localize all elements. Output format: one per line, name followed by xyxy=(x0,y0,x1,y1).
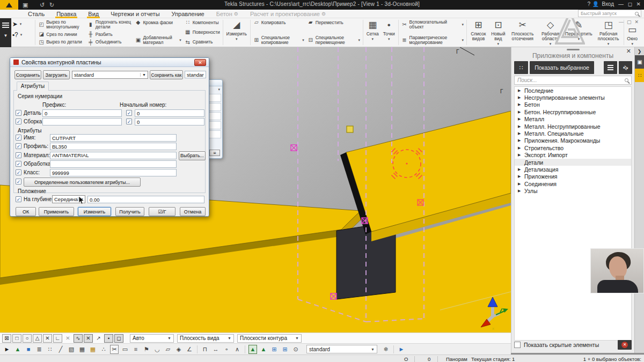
show-hidden-checkbox[interactable] xyxy=(514,342,521,348)
select-switch-button[interactable]: ✂ xyxy=(110,345,119,354)
snap-icon-button[interactable]: ✕ xyxy=(84,334,93,343)
menu-item[interactable]: Расчет и проектирование ⚙ xyxy=(250,11,326,17)
snap-plane-combo[interactable]: Плоскость вида▼ xyxy=(177,334,234,343)
select-switch-button[interactable]: ∠ xyxy=(185,345,194,354)
depth-value-input[interactable] xyxy=(87,196,204,203)
start-number-input[interactable] xyxy=(135,109,204,117)
select-switch-button[interactable]: ≡ xyxy=(131,345,140,354)
tree-item[interactable]: ▶ Строительство xyxy=(515,144,631,151)
ribbon-button[interactable]: ▰Переместить xyxy=(308,20,360,26)
snap-icon-button[interactable]: ✕ xyxy=(63,334,72,343)
handle-magenta[interactable] xyxy=(331,293,336,299)
select-switch-button[interactable]: ∘ xyxy=(222,345,231,354)
toggle-checks-button[interactable]: ☑/Г xyxy=(149,207,175,216)
snap-icon-button[interactable]: ↗ xyxy=(94,334,103,343)
query-tool[interactable]: ▪?▾ xyxy=(12,31,33,39)
ribbon-big-button[interactable]: ✂ Плоскость отсечения xyxy=(507,18,538,47)
ribbon-button[interactable]: ◰Вырез по многоугольнику xyxy=(38,20,84,29)
row-checkbox[interactable]: ✓ xyxy=(16,110,21,116)
tree-item[interactable]: ▶ Детализация xyxy=(515,166,631,173)
apply-button[interactable]: Применить xyxy=(39,207,74,216)
menu-item[interactable]: Управление xyxy=(172,11,204,17)
field-input[interactable] xyxy=(50,152,177,159)
menu-item[interactable]: Вид xyxy=(88,11,99,17)
field-input[interactable] xyxy=(50,160,177,168)
components-tab-button[interactable]: ∷ xyxy=(635,69,644,82)
select-switch-button[interactable]: ↔ xyxy=(211,345,220,354)
select-switch-button[interactable]: ∷ xyxy=(46,345,54,354)
select-switch-button[interactable]: ■ xyxy=(24,345,33,354)
tree-item[interactable]: ▶ Металл. Специальные xyxy=(515,130,631,137)
expand-arrow-icon[interactable]: ❯ xyxy=(635,47,644,55)
snap-icon-button[interactable]: △ xyxy=(33,334,42,343)
start-number-input[interactable] xyxy=(135,118,204,125)
ribbon-button[interactable]: ▣Добавленный материал▾ xyxy=(135,35,181,45)
tree-item[interactable]: ▶ Экспорт. Импорт xyxy=(515,152,631,159)
tree-item[interactable]: ▶ Металл. Несгруппированные xyxy=(515,123,631,130)
dropdown-arrow-icon[interactable]: ▾ xyxy=(608,42,610,46)
dropdown-arrow-icon[interactable]: ▾ xyxy=(236,37,238,41)
cancel-button[interactable]: Отмена xyxy=(180,207,206,216)
select-switch-button[interactable]: ▱ xyxy=(164,345,172,354)
ribbon-big-button[interactable]: ◢ Измерить ▾ xyxy=(224,18,249,47)
select-switch-button[interactable]: ▲ xyxy=(259,345,268,354)
select-material-button[interactable]: Выбрать... xyxy=(179,151,206,160)
restore-button[interactable]: ◻ xyxy=(628,1,632,7)
selection-filter-combo[interactable]: standard▼ xyxy=(306,345,377,353)
ok-button[interactable]: ОК xyxy=(16,207,36,216)
select-switch-button[interactable]: ⊓ xyxy=(201,345,209,354)
dropdown-arrow-icon[interactable]: ▾ xyxy=(179,38,181,42)
select-switch-button[interactable]: ◈ xyxy=(174,345,183,354)
tree-item[interactable]: ▶ Бетон xyxy=(515,101,631,108)
snap-contour-combo[interactable]: Плоскости контура▼ xyxy=(237,334,302,343)
select-switch-button[interactable]: ⊞ xyxy=(281,345,289,354)
ribbon-big-button[interactable]: ◳ Рабочая плоскость ▾ xyxy=(595,18,623,47)
snap-icon-button[interactable]: ◻ xyxy=(114,334,123,343)
select-switch-button[interactable]: ∴ xyxy=(99,345,108,354)
field-checkbox[interactable]: ✓ xyxy=(16,152,21,158)
ribbon-big-button[interactable]: • Точки ▾ xyxy=(381,18,397,47)
profile-combo[interactable]: standard▼ xyxy=(72,71,148,79)
panel-drag-handle[interactable] xyxy=(567,49,580,50)
row-checkbox[interactable]: ✓ xyxy=(126,110,132,116)
ribbon-big-button[interactable]: ⊡ Новый вид ▾ xyxy=(489,18,507,47)
select-switch-button[interactable]: ⊞ xyxy=(270,345,279,354)
field-checkbox[interactable]: ✓ xyxy=(16,143,21,149)
help-icon[interactable]: ? xyxy=(587,1,590,7)
select-switch-button[interactable]: ► xyxy=(3,345,11,354)
view-window-controls[interactable]: —▢✕ xyxy=(619,19,642,25)
ribbon-button[interactable]: ▦Поверхности xyxy=(185,29,220,35)
background-window-edge[interactable]: ▾ ⊞ xyxy=(207,79,223,159)
ribbon-button[interactable]: ▮Подогнать конец детали xyxy=(87,20,132,29)
show-selected-button[interactable]: Показать выбранное xyxy=(530,61,594,74)
prefix-input[interactable] xyxy=(42,118,122,125)
field-input[interactable] xyxy=(50,134,177,142)
select-switch-button[interactable]: ⚑ xyxy=(142,345,151,354)
dropdown-arrow-icon[interactable]: ▾ xyxy=(20,22,22,26)
minimize-button[interactable]: — xyxy=(618,1,624,7)
menu-item[interactable]: Правка xyxy=(56,11,76,17)
select-switch-button[interactable]: ≣ xyxy=(35,345,43,354)
prefix-input[interactable] xyxy=(42,109,122,117)
list-view-button[interactable] xyxy=(604,61,617,74)
dropdown-arrow-icon[interactable]: ▾ xyxy=(20,33,23,37)
collapse-panel-button[interactable]: ⇄ xyxy=(619,61,632,74)
menu-item[interactable]: Бетон ⚙ xyxy=(216,11,238,17)
dropdown-arrow-icon[interactable]: ▾ xyxy=(388,37,390,41)
model-tab-button[interactable]: ▣ xyxy=(635,55,644,69)
file-menu-button[interactable]: ▼ xyxy=(0,18,11,47)
snap-icon-button[interactable]: ▪ xyxy=(104,334,113,343)
uda-checkbox[interactable]: ✓ xyxy=(16,179,21,184)
save-as-button[interactable]: Сохранить как xyxy=(150,70,183,79)
modify-button[interactable]: Изменить xyxy=(78,207,111,216)
user-icon[interactable]: 👤 xyxy=(592,1,599,7)
select-switch-button[interactable]: ▦ xyxy=(78,345,86,354)
ribbon-big-button[interactable]: ⊞ Список видов xyxy=(468,18,489,47)
tree-item[interactable]: ▶ Металл xyxy=(515,116,631,123)
select-switch-button[interactable]: ► xyxy=(397,345,406,354)
snap-icon-button[interactable]: ○ xyxy=(23,334,32,343)
snap-icon-button[interactable]: ∿ xyxy=(74,334,83,343)
select-switch-button[interactable]: ⊙ xyxy=(291,345,300,354)
select-switch-button[interactable]: ╱ xyxy=(56,345,65,354)
select-switch-button[interactable]: ▲ xyxy=(248,345,257,354)
